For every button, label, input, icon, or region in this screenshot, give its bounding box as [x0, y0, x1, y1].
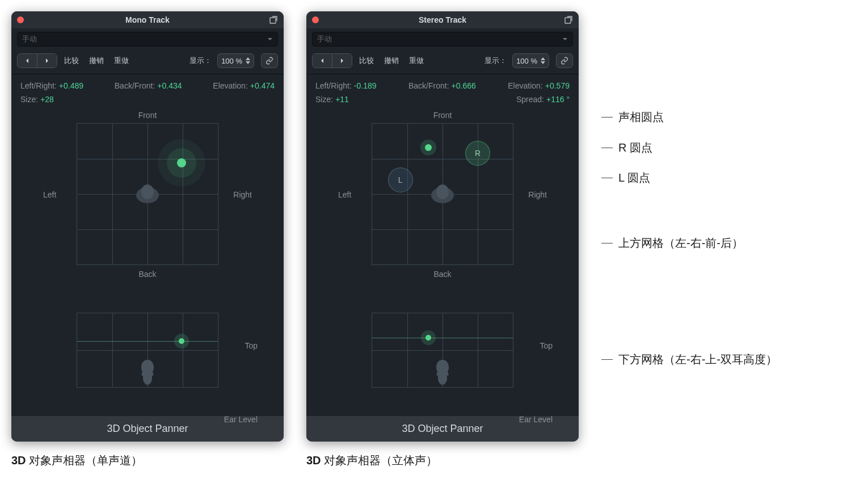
- chevron-down-icon: [267, 36, 273, 42]
- redo-button[interactable]: 重做: [111, 56, 132, 66]
- redo-button[interactable]: 重做: [406, 56, 427, 66]
- popout-icon[interactable]: [269, 15, 278, 24]
- zoom-select[interactable]: 100 %: [217, 53, 254, 68]
- chevron-down-icon: [562, 36, 568, 42]
- link-button[interactable]: [556, 53, 573, 68]
- lr-label: Left/Right:: [20, 81, 57, 90]
- zoom-value: 100 %: [221, 57, 242, 65]
- window-title: Stereo Track: [419, 15, 466, 24]
- annot-r-puck: R 圆点: [618, 140, 652, 156]
- bf-value[interactable]: +0.666: [452, 81, 476, 90]
- show-label: 显示：: [189, 56, 212, 66]
- bottom-grid[interactable]: [77, 313, 218, 388]
- stepper-icon: [541, 57, 545, 64]
- titlebar: Stereo Track: [306, 11, 579, 28]
- bf-label: Back/Front:: [115, 81, 155, 90]
- compare-button[interactable]: 比较: [61, 56, 82, 66]
- top-label: Top: [245, 341, 258, 350]
- mono-panner-window: Mono Track 手动 比较 撤销 重做: [11, 11, 284, 442]
- lr-value[interactable]: -0.189: [354, 81, 377, 90]
- close-icon[interactable]: [17, 16, 24, 23]
- mono-caption: 3D 对象声相器（单声道）: [11, 453, 284, 468]
- annot-pan-puck: 声相圆点: [618, 110, 664, 125]
- pan-puck[interactable]: [425, 144, 432, 151]
- listener-head-side-icon: [136, 358, 159, 387]
- back-label: Back: [315, 270, 570, 279]
- prev-button[interactable]: [18, 54, 37, 68]
- stereo-caption: 3D 对象声相器（立体声）: [306, 453, 579, 468]
- undo-button[interactable]: 撤销: [381, 56, 402, 66]
- el-label: Elevation:: [213, 81, 247, 90]
- next-button[interactable]: [332, 54, 352, 68]
- undo-button[interactable]: 撤销: [86, 56, 107, 66]
- right-label: Right: [528, 190, 547, 199]
- window-title: Mono Track: [125, 15, 170, 24]
- right-label: Right: [233, 190, 252, 199]
- r-puck[interactable]: R: [465, 141, 490, 166]
- svg-rect-3: [565, 18, 571, 23]
- prev-button[interactable]: [313, 54, 332, 68]
- el-value[interactable]: +0.579: [545, 81, 570, 90]
- listener-head-side-icon: [431, 358, 454, 387]
- lr-value[interactable]: +0.489: [59, 81, 83, 90]
- annot-bot-grid: 下方网格（左-右-上-双耳高度）: [618, 352, 777, 367]
- stepper-icon: [246, 57, 250, 64]
- top-label: Top: [540, 341, 553, 350]
- lr-label: Left/Right:: [315, 81, 352, 90]
- el-label: Elevation:: [508, 81, 542, 90]
- listener-head-icon: [429, 179, 456, 207]
- front-label: Front: [20, 111, 275, 120]
- bottom-grid[interactable]: [372, 313, 513, 388]
- nav-seg: [17, 53, 57, 68]
- elev-puck[interactable]: [425, 335, 431, 341]
- bf-label: Back/Front:: [408, 81, 449, 90]
- preset-select[interactable]: 手动: [17, 32, 278, 47]
- size-label: Size:: [315, 95, 333, 104]
- annot-l-puck: L 圆点: [618, 170, 650, 186]
- bf-value[interactable]: +0.434: [157, 81, 182, 90]
- zoom-select[interactable]: 100 %: [512, 53, 549, 68]
- readouts: Left/Right:-0.189 Back/Front:+0.666 Elev…: [306, 74, 579, 111]
- toolbar: 比较 撤销 重做 显示： 100 %: [11, 50, 284, 74]
- svg-rect-0: [270, 18, 276, 23]
- spread-label: Spread:: [516, 95, 544, 104]
- link-icon: [561, 57, 568, 65]
- preset-label: 手动: [317, 34, 332, 44]
- popout-icon[interactable]: [564, 15, 573, 24]
- top-grid[interactable]: R L: [372, 123, 513, 265]
- close-icon[interactable]: [312, 16, 319, 23]
- top-grid[interactable]: [77, 123, 218, 265]
- readouts: Left/Right:+0.489 Back/Front:+0.434 Elev…: [11, 74, 284, 111]
- listener-head-icon: [134, 179, 161, 207]
- svg-point-2: [141, 184, 154, 199]
- ear-label: Ear Level: [519, 415, 553, 424]
- svg-point-5: [436, 184, 449, 199]
- preset-label: 手动: [22, 34, 37, 44]
- annot-top-grid: 上方网格（左-右-前-后）: [618, 236, 743, 251]
- elev-puck[interactable]: [179, 338, 184, 344]
- el-value[interactable]: +0.474: [250, 81, 275, 90]
- preset-select[interactable]: 手动: [312, 32, 573, 47]
- back-label: Back: [20, 270, 275, 279]
- pan-puck[interactable]: [177, 158, 186, 167]
- left-label: Left: [338, 190, 351, 199]
- ear-label: Ear Level: [224, 415, 258, 424]
- nav-seg: [312, 53, 352, 68]
- link-button[interactable]: [261, 53, 278, 68]
- spread-value[interactable]: +116 °: [546, 95, 570, 104]
- titlebar: Mono Track: [11, 11, 284, 28]
- toolbar: 比较 撤销 重做 显示： 100 %: [306, 50, 579, 74]
- size-value[interactable]: +11: [335, 95, 349, 104]
- stereo-panner-window: Stereo Track 手动 比较 撤销 重做: [306, 11, 579, 442]
- front-label: Front: [315, 111, 570, 120]
- zoom-value: 100 %: [516, 57, 537, 65]
- link-icon: [266, 57, 273, 65]
- size-label: Size:: [20, 95, 38, 104]
- show-label: 显示：: [484, 56, 507, 66]
- compare-button[interactable]: 比较: [356, 56, 377, 66]
- size-value[interactable]: +28: [40, 95, 54, 104]
- left-label: Left: [43, 190, 56, 199]
- l-puck[interactable]: L: [388, 167, 413, 192]
- next-button[interactable]: [37, 54, 57, 68]
